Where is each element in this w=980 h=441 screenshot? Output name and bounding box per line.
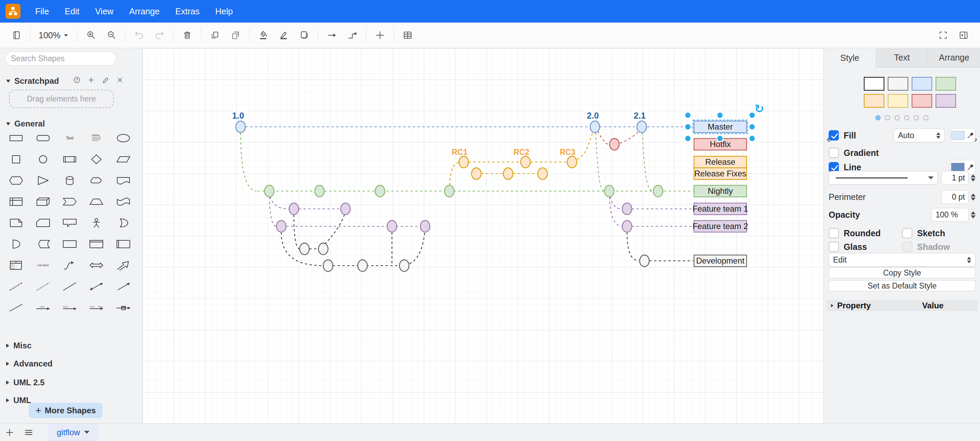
perimeter-stepper[interactable] bbox=[971, 194, 975, 201]
style-preset-0[interactable] bbox=[864, 77, 885, 91]
edit-icon[interactable] bbox=[102, 76, 110, 86]
shape-textbox[interactable]: Heading bbox=[83, 129, 110, 147]
fill-color-icon[interactable] bbox=[254, 26, 272, 44]
shape-square[interactable] bbox=[3, 150, 29, 168]
branch-curve-development[interactable] bbox=[627, 232, 639, 261]
redo-icon[interactable] bbox=[151, 26, 169, 44]
commit-node-feature[interactable] bbox=[277, 221, 286, 232]
shape-link[interactable] bbox=[3, 299, 29, 317]
fill-color-button[interactable] bbox=[950, 128, 975, 143]
insert-icon[interactable] bbox=[371, 26, 389, 44]
commit-node-feature[interactable] bbox=[340, 203, 350, 215]
shape-step[interactable] bbox=[56, 193, 83, 210]
scratchpad-dropzone[interactable]: Drag elements here bbox=[9, 89, 114, 108]
commit-node-hotfix[interactable] bbox=[609, 139, 619, 150]
style-preset-7[interactable] bbox=[935, 94, 956, 108]
shape-arrow-box[interactable] bbox=[110, 299, 137, 317]
style-preset-5[interactable] bbox=[888, 94, 908, 108]
branch-curve-release[interactable] bbox=[450, 162, 458, 185]
line-width-stepper[interactable] bbox=[971, 174, 975, 181]
commit-node-release[interactable] bbox=[538, 168, 547, 180]
menu-file[interactable]: File bbox=[27, 0, 57, 22]
page-tab-gitflow[interactable]: gitflow bbox=[48, 423, 99, 441]
commit-node-development[interactable] bbox=[640, 255, 649, 267]
edit-style-select[interactable]: Edit bbox=[829, 253, 975, 267]
shape-bidirectional-arrow[interactable] bbox=[83, 256, 110, 274]
commit-node-development[interactable] bbox=[300, 243, 309, 255]
copy-style-button[interactable]: Copy Style bbox=[829, 267, 975, 278]
commit-node-release[interactable] bbox=[503, 168, 513, 180]
shape-dotted-line[interactable] bbox=[29, 278, 56, 295]
delete-icon[interactable] bbox=[178, 26, 196, 44]
commit-node-nightly[interactable] bbox=[653, 185, 663, 197]
commit-node-development[interactable] bbox=[399, 260, 409, 271]
commit-node-release[interactable] bbox=[567, 156, 577, 168]
shape-note[interactable] bbox=[3, 214, 29, 232]
shape-data-storage[interactable] bbox=[29, 235, 56, 253]
zoom-dropdown[interactable]: 100% bbox=[35, 26, 72, 44]
commit-node-release[interactable] bbox=[459, 156, 468, 168]
branch-curve-development[interactable] bbox=[325, 215, 344, 244]
shadow-icon[interactable] bbox=[295, 26, 313, 44]
shape-arrow[interactable] bbox=[110, 256, 137, 274]
scratchpad-section[interactable]: Scratchpad ? bbox=[6, 76, 124, 86]
menu-view[interactable]: View bbox=[87, 0, 121, 22]
diagram-outline-icon[interactable] bbox=[8, 26, 25, 44]
app-logo-icon[interactable] bbox=[5, 4, 21, 19]
canvas[interactable]: 1.02.02.1RC1RC2RC3MasterHotfixReleaseRel… bbox=[143, 48, 824, 423]
undo-icon[interactable] bbox=[130, 26, 148, 44]
commit-node-nightly[interactable] bbox=[605, 185, 614, 197]
shape-process[interactable] bbox=[56, 150, 83, 168]
style-preset-3[interactable] bbox=[935, 77, 956, 91]
shape-hexagon[interactable] bbox=[3, 172, 29, 189]
tab-style[interactable]: Style bbox=[824, 48, 876, 67]
set-default-style-button[interactable]: Set as Default Style bbox=[829, 280, 975, 291]
commit-node-development[interactable] bbox=[323, 260, 333, 271]
sketch-checkbox[interactable] bbox=[902, 228, 912, 238]
shape-arrow-source-target[interactable]: SourceTarget bbox=[83, 299, 110, 317]
menu-help[interactable]: Help bbox=[207, 0, 240, 22]
section-misc[interactable]: Misc bbox=[6, 341, 32, 350]
commit-node-master[interactable] bbox=[236, 121, 245, 133]
shape-trapezoid[interactable] bbox=[83, 193, 110, 210]
shape-rectangle[interactable] bbox=[3, 129, 29, 147]
shape-list[interactable]: ListItem 1Item 2Item 3 bbox=[3, 256, 29, 274]
shape-bidirectional-connector[interactable] bbox=[83, 278, 110, 295]
shape-container[interactable] bbox=[56, 235, 83, 253]
commit-node-feature[interactable] bbox=[420, 221, 430, 232]
branch-curve-hotfix[interactable] bbox=[620, 131, 639, 143]
commit-node-nightly[interactable] bbox=[375, 185, 385, 197]
table-icon[interactable] bbox=[399, 26, 417, 44]
section-uml25[interactable]: UML 2.5 bbox=[6, 378, 45, 387]
search-input[interactable] bbox=[11, 54, 112, 63]
branch-curve-feature[interactable] bbox=[270, 196, 288, 209]
selection-handle[interactable] bbox=[717, 135, 723, 142]
menu-edit[interactable]: Edit bbox=[57, 0, 87, 22]
preset-page-dot-1[interactable] bbox=[885, 115, 890, 120]
more-shapes-button[interactable]: + More Shapes bbox=[29, 403, 102, 418]
commit-node-feature[interactable] bbox=[387, 221, 397, 232]
shape-dashed-line[interactable] bbox=[3, 278, 29, 295]
commit-node-feature[interactable] bbox=[289, 203, 299, 215]
shape-arrow-with-label[interactable]: Label bbox=[29, 299, 56, 317]
shape-tape[interactable] bbox=[110, 193, 137, 210]
shape-card[interactable] bbox=[29, 214, 56, 232]
opacity-stepper[interactable] bbox=[971, 211, 975, 218]
shape-horizontal-container[interactable] bbox=[110, 235, 137, 253]
shape-actor[interactable] bbox=[83, 214, 110, 232]
shape-ellipse[interactable] bbox=[110, 129, 137, 147]
tab-arrange[interactable]: Arrange bbox=[928, 48, 980, 67]
add-icon[interactable] bbox=[87, 76, 95, 86]
shape-cylinder[interactable] bbox=[56, 172, 83, 189]
shape-rounded-rectangle[interactable] bbox=[29, 129, 56, 147]
commit-node-development[interactable] bbox=[318, 243, 328, 255]
property-header[interactable]: Property Value bbox=[827, 300, 978, 311]
shape-circle[interactable] bbox=[29, 150, 56, 168]
opacity-field[interactable]: 100 % bbox=[931, 208, 969, 221]
section-advanced[interactable]: Advanced bbox=[6, 359, 52, 369]
connection-icon[interactable] bbox=[323, 26, 340, 44]
zoom-out-icon[interactable] bbox=[102, 26, 120, 44]
branch-curve-nightly[interactable] bbox=[240, 133, 256, 191]
shape-or[interactable] bbox=[110, 214, 137, 232]
commit-node-master[interactable] bbox=[590, 121, 600, 133]
